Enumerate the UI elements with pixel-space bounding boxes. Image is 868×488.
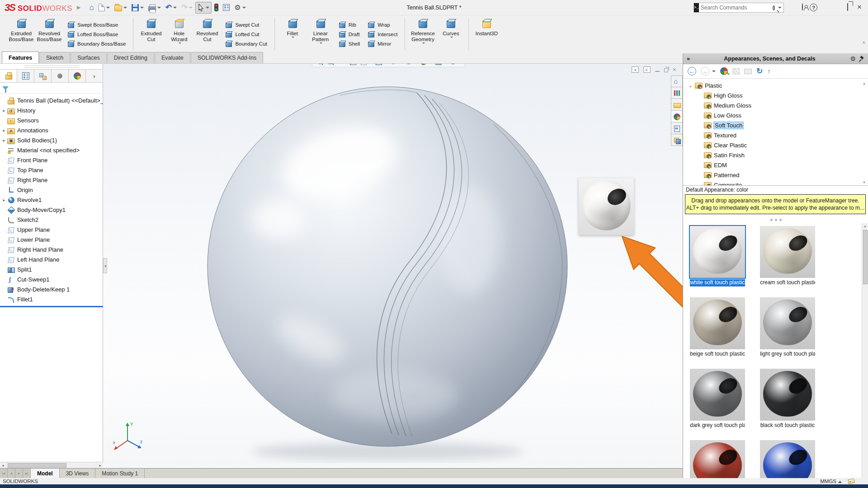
help-button[interactable]: ? xyxy=(810,4,817,11)
chevron-down-icon[interactable]: ⌄ xyxy=(689,83,695,88)
ribbon-button-mirror[interactable]: Mirror xyxy=(365,39,399,48)
add-to-library-icon[interactable] xyxy=(732,68,740,75)
ribbon-button-wrap[interactable]: Wrap xyxy=(365,20,399,29)
performance-button[interactable] xyxy=(212,2,220,14)
ribbon-button-extruded-cut[interactable]: Extruded Cut xyxy=(137,17,165,51)
scroll-right-icon[interactable]: ▸ xyxy=(97,463,103,468)
tree-item-soft-touch[interactable]: Soft Touch xyxy=(683,120,862,130)
tree-item-split1[interactable]: Split1 xyxy=(0,264,103,274)
tree-item-cut-sweep1[interactable]: Cut-Sweep1 xyxy=(0,274,103,284)
appearance-tree-scrollbar[interactable]: ▴ ▾ xyxy=(861,80,867,185)
ribbon-button-swept-boss-base[interactable]: Swept Boss/Base xyxy=(65,20,127,29)
search-input[interactable] xyxy=(699,5,773,11)
ribbon-button-revolved-cut[interactable]: Revolved Cut xyxy=(193,17,221,51)
ribbon-button-revolved-boss-base[interactable]: Revolved Boss/Base xyxy=(35,17,63,51)
tab-scroll-prev-icon[interactable]: ◂ xyxy=(8,469,15,478)
dropdown-arrow-icon[interactable] xyxy=(206,7,209,9)
tree-item-sketch2[interactable]: Sketch2 xyxy=(0,215,103,225)
hud-display-style-button[interactable] xyxy=(388,64,402,66)
tree-item-body-move-copy1[interactable]: Body-Move/Copy1 xyxy=(0,205,103,215)
ribbon-button-lofted-boss-base[interactable]: Lofted Boss/Base xyxy=(65,29,127,39)
panel-tab-displaymanager[interactable] xyxy=(69,70,86,82)
panel-tab-featuremanager[interactable] xyxy=(0,70,17,82)
panel-grip[interactable] xyxy=(0,65,103,68)
tab-direct-editing[interactable]: Direct Editing xyxy=(107,52,154,63)
taskpane-tab-file-explorer[interactable] xyxy=(671,99,683,111)
tree-item-right-hand-plane[interactable]: Right Hand Plane xyxy=(0,244,103,254)
dropdown-arrow-icon[interactable] xyxy=(712,70,716,72)
tree-item-annotations[interactable]: ▸Annotations xyxy=(0,125,103,135)
hud-dynamic-annotation-button[interactable] xyxy=(359,64,373,66)
dropdown-arrow-icon[interactable] xyxy=(292,37,294,38)
scrollbar-thumb[interactable] xyxy=(863,230,868,284)
appearance-thumb-beige-soft-touch-plastic[interactable]: beige soft touch plastic xyxy=(690,297,745,358)
appearance-thumb-partial[interactable] xyxy=(760,440,815,480)
tree-item-origin[interactable]: Origin xyxy=(0,185,103,195)
dock-right-icon[interactable]: ▸ xyxy=(643,66,651,73)
ribbon-button-draft[interactable]: Draft xyxy=(336,29,362,39)
appearance-thumb-white-soft-touch-plastic[interactable]: white soft touch plastic xyxy=(690,226,745,286)
feature-tree-filter[interactable] xyxy=(0,83,103,94)
tree-item-composite[interactable]: Composite xyxy=(683,180,862,185)
appearance-thumb-partial[interactable] xyxy=(690,440,745,480)
tree-item-lower-plane[interactable]: Lower Plane xyxy=(0,235,103,244)
search-commands-box[interactable]: >_ xyxy=(693,3,784,13)
appearance-thumb-cream-soft-touch-plastic[interactable]: cream soft touch plastic xyxy=(760,226,815,286)
pin-icon[interactable] xyxy=(859,56,865,61)
tennis-ball-model[interactable] xyxy=(204,84,571,463)
dropdown-arrow-icon[interactable] xyxy=(450,37,453,38)
tab-3d-views[interactable]: 3D Views xyxy=(60,469,95,478)
tree-item-front-plane[interactable]: Front Plane xyxy=(0,155,103,165)
taskpane-tab-custom-properties[interactable] xyxy=(671,122,683,134)
login-button[interactable] xyxy=(802,4,803,10)
hud-view-orientation-button[interactable] xyxy=(373,64,387,66)
ribbon-button-lofted-cut[interactable]: Lofted Cut xyxy=(223,29,269,39)
task-pane-header[interactable]: » Appearances, Scenes, and Decals ⚙ xyxy=(683,53,868,64)
tab-scroll-last-icon[interactable]: ▸| xyxy=(23,469,31,478)
ribbon-button-linear-pattern[interactable]: Linear Pattern xyxy=(307,17,335,51)
panel-tab-configurationmanager[interactable] xyxy=(34,70,52,82)
tree-item-satin-finish[interactable]: Satin Finish xyxy=(683,150,862,160)
tree-item-tennis-ball-root[interactable]: Tennis Ball (Default) <<Default>_Displ xyxy=(0,95,103,105)
thumbnails-scrollbar[interactable]: ▴ xyxy=(862,223,868,480)
appearance-tree-root[interactable]: ⌄Plastic xyxy=(683,80,862,90)
taskpane-tab-forum[interactable] xyxy=(671,134,683,146)
tab-scroll-first-icon[interactable]: |◂ xyxy=(0,469,8,478)
ribbon-button-instant3d[interactable]: Instant3D xyxy=(472,17,500,51)
tree-item-high-gloss[interactable]: High Gloss xyxy=(683,90,862,100)
doc-restore-icon[interactable] xyxy=(664,68,668,72)
tree-item-history[interactable]: ▸History xyxy=(0,105,103,115)
appearance-thumb-dark-grey-soft-touch-plastic[interactable]: dark grey soft touch plastic xyxy=(690,369,745,429)
open-button[interactable] xyxy=(113,2,129,14)
ribbon-button-boundary-cut[interactable]: Boundary Cut xyxy=(223,39,269,48)
dropdown-arrow-icon[interactable] xyxy=(140,7,144,9)
scroll-up-icon[interactable]: ▴ xyxy=(863,80,865,86)
refresh-icon[interactable]: ↻ xyxy=(756,67,763,75)
brand-expand-icon[interactable]: ▶ xyxy=(77,5,80,10)
hud-section-view-button[interactable] xyxy=(348,64,358,66)
ribbon-collapse-icon[interactable]: ˄ xyxy=(863,40,865,45)
dropdown-arrow-icon[interactable] xyxy=(157,7,161,9)
tree-item-top-plane[interactable]: Top Plane xyxy=(0,165,103,175)
appearance-thumb-light-grey-soft-touch-plastic[interactable]: light grey soft touch plastic xyxy=(760,297,815,358)
dropdown-arrow-icon[interactable] xyxy=(320,42,322,44)
ribbon-button-rib[interactable]: Rib xyxy=(336,20,362,29)
hud-zoom-to-fit-button[interactable] xyxy=(315,64,325,66)
tree-item-solid-bodies-1[interactable]: ▸Solid Bodies(1) xyxy=(0,135,103,145)
tree-item-low-gloss[interactable]: Low Gloss xyxy=(683,110,862,120)
doc-minimize-icon[interactable] xyxy=(655,71,660,72)
appearance-thumb-black-soft-touch-plastic[interactable]: black soft touch plastic xyxy=(760,369,815,429)
ribbon-button-swept-cut[interactable]: Swept Cut xyxy=(223,20,269,29)
rollback-bar[interactable] xyxy=(0,306,103,307)
dropdown-arrow-icon[interactable] xyxy=(242,7,246,9)
hud-zoom-to-area-button[interactable] xyxy=(326,64,336,66)
print-button[interactable] xyxy=(146,2,163,14)
tree-item-revolve1[interactable]: ▸Revolve1 xyxy=(0,195,103,205)
redo-button[interactable]: ↷ xyxy=(179,2,194,14)
tab-surfaces[interactable]: Surfaces xyxy=(71,52,106,63)
ribbon-button-fillet[interactable]: Fillet xyxy=(278,17,307,51)
open-library-folder-icon[interactable] xyxy=(744,69,752,74)
new-document-button[interactable] xyxy=(97,2,112,14)
ribbon-button-hole-wizard[interactable]: Hole Wizard xyxy=(165,17,193,51)
hud-hide-show-items-button[interactable] xyxy=(403,64,417,66)
